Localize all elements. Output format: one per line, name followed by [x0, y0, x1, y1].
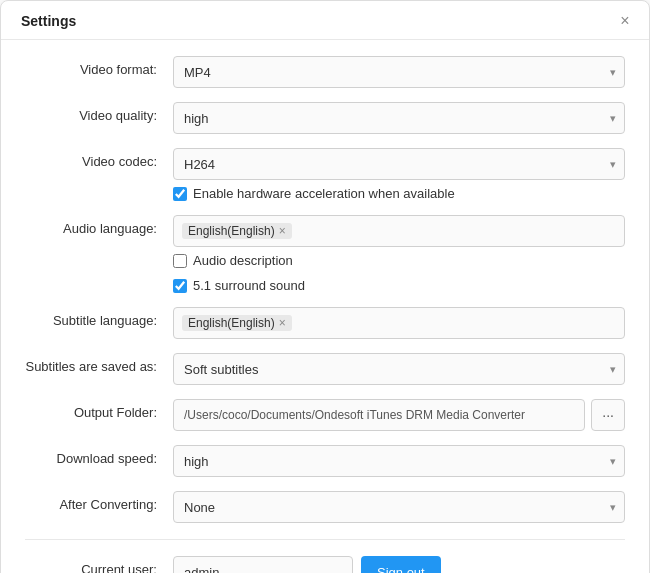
download-speed-control: high medium low ▾: [173, 445, 625, 477]
video-codec-control: H264 H265 VP9 ▾ Enable hardware accelera…: [173, 148, 625, 201]
subtitle-language-tag-text: English(English): [188, 316, 275, 330]
hw-acceleration-label[interactable]: Enable hardware acceleration when availa…: [193, 186, 455, 201]
subtitles-saved-row: Subtitles are saved as: Soft subtitles H…: [25, 353, 625, 385]
download-speed-label: Download speed:: [25, 445, 173, 466]
settings-content: Video format: MP4 MKV MOV AVI ▾ Video qu…: [1, 40, 649, 573]
audio-options-area: Audio description 5.1 surround sound: [173, 247, 625, 293]
download-speed-row: Download speed: high medium low ▾: [25, 445, 625, 477]
audio-language-tag: English(English) ×: [182, 223, 292, 239]
video-format-select-wrapper: MP4 MKV MOV AVI ▾: [173, 56, 625, 88]
video-quality-select[interactable]: high medium low: [173, 102, 625, 134]
subtitles-saved-select[interactable]: Soft subtitles Hard subtitles External s…: [173, 353, 625, 385]
video-codec-select-wrapper: H264 H265 VP9 ▾: [173, 148, 625, 180]
audio-language-control: English(English) × Audio description 5.1…: [173, 215, 625, 293]
surround-sound-row: 5.1 surround sound: [173, 278, 625, 293]
hw-acceleration-checkbox[interactable]: [173, 187, 187, 201]
video-quality-row: Video quality: high medium low ▾: [25, 102, 625, 134]
subtitles-saved-label: Subtitles are saved as:: [25, 353, 173, 374]
video-quality-control: high medium low ▾: [173, 102, 625, 134]
output-folder-control: ···: [173, 399, 625, 431]
close-button[interactable]: ×: [617, 13, 633, 29]
audio-language-tag-close[interactable]: ×: [279, 225, 286, 237]
output-folder-label: Output Folder:: [25, 399, 173, 420]
after-converting-select-wrapper: None Open Folder Shut down ▾: [173, 491, 625, 523]
after-converting-control: None Open Folder Shut down ▾: [173, 491, 625, 523]
current-user-label: Current user:: [25, 556, 173, 573]
subtitle-language-label: Subtitle language:: [25, 307, 173, 328]
output-folder-browse-button[interactable]: ···: [591, 399, 625, 431]
output-folder-input[interactable]: [173, 399, 585, 431]
download-speed-select[interactable]: high medium low: [173, 445, 625, 477]
subtitles-saved-select-wrapper: Soft subtitles Hard subtitles External s…: [173, 353, 625, 385]
title-bar: Settings ×: [1, 1, 649, 40]
subtitle-language-tag-close[interactable]: ×: [279, 317, 286, 329]
audio-language-label: Audio language:: [25, 215, 173, 236]
audio-language-row: Audio language: English(English) × Audio…: [25, 215, 625, 293]
settings-window: Settings × Video format: MP4 MKV MOV AVI…: [0, 0, 650, 573]
hw-acceleration-row: Enable hardware acceleration when availa…: [173, 186, 625, 201]
audio-description-checkbox[interactable]: [173, 254, 187, 268]
subtitle-language-tag-input[interactable]: English(English) ×: [173, 307, 625, 339]
user-input-row: Sign out: [173, 556, 625, 573]
output-folder-input-row: ···: [173, 399, 625, 431]
after-converting-row: After Converting: None Open Folder Shut …: [25, 491, 625, 523]
divider: [25, 539, 625, 540]
video-format-select[interactable]: MP4 MKV MOV AVI: [173, 56, 625, 88]
video-quality-select-wrapper: high medium low ▾: [173, 102, 625, 134]
audio-language-tag-text: English(English): [188, 224, 275, 238]
audio-language-tag-input[interactable]: English(English) ×: [173, 215, 625, 247]
subtitle-language-tag: English(English) ×: [182, 315, 292, 331]
video-quality-label: Video quality:: [25, 102, 173, 123]
after-converting-label: After Converting:: [25, 491, 173, 512]
subtitles-saved-control: Soft subtitles Hard subtitles External s…: [173, 353, 625, 385]
subtitle-language-control: English(English) ×: [173, 307, 625, 339]
video-format-control: MP4 MKV MOV AVI ▾: [173, 56, 625, 88]
sign-out-button[interactable]: Sign out: [361, 556, 441, 573]
video-codec-select[interactable]: H264 H265 VP9: [173, 148, 625, 180]
output-folder-row: Output Folder: ···: [25, 399, 625, 431]
video-codec-row: Video codec: H264 H265 VP9 ▾ Enable hard…: [25, 148, 625, 201]
audio-description-label[interactable]: Audio description: [193, 253, 293, 268]
current-user-control: Sign out: [173, 556, 625, 573]
video-format-row: Video format: MP4 MKV MOV AVI ▾: [25, 56, 625, 88]
window-title: Settings: [21, 13, 76, 29]
current-user-input[interactable]: [173, 556, 353, 573]
after-converting-select[interactable]: None Open Folder Shut down: [173, 491, 625, 523]
subtitle-language-row: Subtitle language: English(English) ×: [25, 307, 625, 339]
surround-sound-label[interactable]: 5.1 surround sound: [193, 278, 305, 293]
current-user-row: Current user: Sign out: [25, 556, 625, 573]
video-codec-label: Video codec:: [25, 148, 173, 169]
surround-sound-checkbox[interactable]: [173, 279, 187, 293]
video-format-label: Video format:: [25, 56, 173, 77]
audio-description-row: Audio description: [173, 253, 625, 268]
download-speed-select-wrapper: high medium low ▾: [173, 445, 625, 477]
